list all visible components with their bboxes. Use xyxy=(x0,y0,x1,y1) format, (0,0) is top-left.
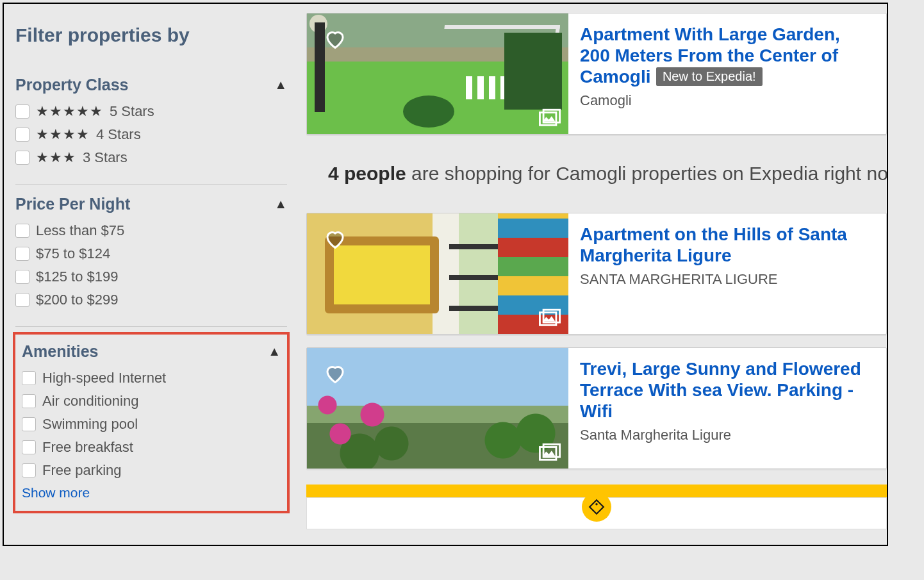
option-label: Swimming pool xyxy=(42,416,138,433)
checkbox[interactable] xyxy=(15,151,29,165)
checkbox[interactable] xyxy=(15,104,29,119)
checkbox[interactable] xyxy=(22,440,36,454)
filter-option-3-stars[interactable]: ★★★ 3 Stars xyxy=(15,149,287,166)
checkbox[interactable] xyxy=(15,293,29,307)
filter-option-price-0[interactable]: Less than $75 xyxy=(15,222,287,239)
property-card-body: Apartment on the Hills of Santa Margheri… xyxy=(568,213,886,334)
option-label: Free parking xyxy=(42,462,122,479)
deal-tag-icon[interactable] xyxy=(582,492,611,522)
option-label: Less than $75 xyxy=(36,222,124,239)
svg-point-8 xyxy=(595,503,597,505)
property-location: SANTA MARGHERITA LIGURE xyxy=(580,271,875,288)
filter-option-amenity-3[interactable]: Free breakfast xyxy=(22,439,281,456)
filter-option-4-stars[interactable]: ★★★★ 4 Stars xyxy=(15,126,287,143)
gallery-icon[interactable] xyxy=(539,443,561,462)
section-title: Property Class xyxy=(15,76,128,94)
checkbox[interactable] xyxy=(15,128,29,142)
property-location: Camogli xyxy=(580,92,875,109)
checkbox[interactable] xyxy=(15,247,29,261)
section-price: Price Per Night ▲ Less than $75 $75 to $… xyxy=(15,185,287,327)
shoppers-banner: 4 people are shopping for Camogli proper… xyxy=(306,147,887,200)
deal-strip xyxy=(306,485,887,529)
filter-title: Filter properties by xyxy=(15,24,290,46)
section-property-class: Property Class ▲ ★★★★★ 5 Stars ★★★★ 4 St… xyxy=(15,65,287,185)
chevron-up-icon: ▲ xyxy=(274,197,287,211)
star-icon: ★★★★ xyxy=(36,126,90,143)
property-location: Santa Margherita Ligure xyxy=(580,427,875,443)
section-header-amenities[interactable]: Amenities ▲ xyxy=(22,342,281,361)
option-label: 3 Stars xyxy=(83,149,128,166)
property-title-link[interactable]: Apartment on the Hills of Santa Margheri… xyxy=(580,224,847,265)
heart-icon[interactable] xyxy=(324,28,347,51)
option-label: $75 to $124 xyxy=(36,245,110,262)
section-title: Amenities xyxy=(22,342,98,361)
chevron-up-icon: ▲ xyxy=(268,344,281,359)
shoppers-text: 4 people are shopping for Camogli proper… xyxy=(328,163,887,185)
checkbox[interactable] xyxy=(22,463,36,477)
option-label: Free breakfast xyxy=(42,439,133,456)
property-card[interactable]: Trevi, Large Sunny and Flowered Terrace … xyxy=(306,347,887,469)
property-title: Trevi, Large Sunny and Flowered Terrace … xyxy=(580,359,861,421)
option-label: 5 Stars xyxy=(110,103,154,120)
star-icon: ★★★ xyxy=(36,149,76,166)
filter-option-amenity-2[interactable]: Swimming pool xyxy=(22,416,281,433)
checkbox[interactable] xyxy=(15,224,29,238)
star-icon: ★★★★★ xyxy=(36,103,103,120)
filter-sidebar: Filter properties by Property Class ▲ ★★… xyxy=(4,4,299,545)
property-card[interactable]: Apartment With Large Garden, 200 Meters … xyxy=(306,13,887,135)
checkbox[interactable] xyxy=(15,270,29,284)
property-card-body: Trevi, Large Sunny and Flowered Terrace … xyxy=(568,348,886,468)
property-card-body: Apartment With Large Garden, 200 Meters … xyxy=(568,13,886,134)
checkbox[interactable] xyxy=(22,371,36,385)
shoppers-rest: are shopping for Camogli properties on E… xyxy=(406,163,887,184)
new-badge: New to Expedia! xyxy=(656,67,763,86)
option-label: Air conditioning xyxy=(42,393,138,410)
show-more-link[interactable]: Show more xyxy=(22,485,281,501)
section-header-property-class[interactable]: Property Class ▲ xyxy=(15,76,287,94)
gallery-icon[interactable] xyxy=(539,108,561,128)
heart-icon[interactable] xyxy=(324,362,347,385)
section-amenities: Amenities ▲ High-speed Internet Air cond… xyxy=(13,332,290,513)
option-label: $200 to $299 xyxy=(36,292,118,308)
filter-option-price-3[interactable]: $200 to $299 xyxy=(15,292,287,308)
section-header-price[interactable]: Price Per Night ▲ xyxy=(15,195,287,213)
filter-option-price-1[interactable]: $75 to $124 xyxy=(15,245,287,262)
results-panel: Apartment With Large Garden, 200 Meters … xyxy=(299,4,887,545)
property-image[interactable] xyxy=(307,213,568,334)
property-card[interactable]: Apartment on the Hills of Santa Margheri… xyxy=(306,213,887,335)
chevron-up-icon: ▲ xyxy=(274,78,287,92)
filter-option-amenity-0[interactable]: High-speed Internet xyxy=(22,370,281,386)
filter-option-price-2[interactable]: $125 to $199 xyxy=(15,269,287,285)
checkbox[interactable] xyxy=(22,394,36,408)
option-label: $125 to $199 xyxy=(36,269,118,285)
checkbox[interactable] xyxy=(22,417,36,431)
property-title: Apartment on the Hills of Santa Margheri… xyxy=(580,224,847,265)
section-title: Price Per Night xyxy=(15,195,130,213)
option-label: High-speed Internet xyxy=(42,370,166,386)
gallery-icon[interactable] xyxy=(539,308,561,327)
property-image[interactable] xyxy=(307,348,568,468)
filter-option-5-stars[interactable]: ★★★★★ 5 Stars xyxy=(15,103,287,120)
heart-icon[interactable] xyxy=(324,228,347,251)
filter-option-amenity-4[interactable]: Free parking xyxy=(22,462,281,479)
property-image[interactable] xyxy=(307,13,568,134)
property-title-link[interactable]: Trevi, Large Sunny and Flowered Terrace … xyxy=(580,359,861,421)
filter-option-amenity-1[interactable]: Air conditioning xyxy=(22,393,281,410)
shoppers-count: 4 people xyxy=(328,163,406,184)
option-label: 4 Stars xyxy=(96,126,141,143)
